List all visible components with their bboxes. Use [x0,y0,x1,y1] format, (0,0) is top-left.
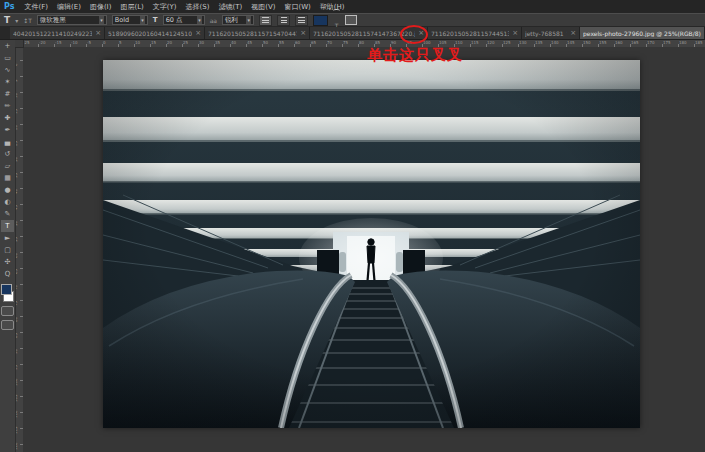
blur-tool-icon[interactable]: ● [1,184,14,196]
pen-tool-icon[interactable]: ✎ [1,208,14,220]
tools-panel: +▭∿✶#✏✚✒▄↺▱▦●◐✎T►▢✣Q [0,40,16,452]
align-left-icon [262,17,269,23]
chevron-down-icon[interactable]: ▾ [99,16,104,24]
gradient-tool-icon[interactable]: ▦ [1,172,14,184]
tab-1[interactable]: 4042015122114102492231706.jpg × [10,27,105,39]
ruler-corner [15,40,24,48]
align-left-button[interactable] [259,15,272,26]
history-brush-tool-icon[interactable]: ↺ [1,148,14,160]
clone-stamp-tool-icon[interactable]: ▄ [1,136,14,148]
font-style-select[interactable]: Bold ▾ [112,15,148,25]
marquee-tool-icon[interactable]: ▭ [1,52,14,64]
menu-bar: Ps 文件(F) 编辑(E) 图像(I) 图层(L) 文字(Y) 选择(S) 滤… [0,0,705,14]
tab-4[interactable]: 71162015052811574147367220.jpg × [310,27,428,39]
menu-type[interactable]: 文字(Y) [153,2,177,12]
align-center-icon [281,17,287,23]
tools-list: +▭∿✶#✏✚✒▄↺▱▦●◐✎T►▢✣Q [1,40,14,280]
font-size-select[interactable]: 60 点 ▾ [163,15,205,25]
chevron-down-icon[interactable]: ▾ [140,16,145,24]
color-swatches [1,284,14,302]
annotation-text: 单击这只叉叉 [340,46,490,65]
eraser-tool-icon[interactable]: ▱ [1,160,14,172]
text-orientation-icon[interactable]: ↕T [23,17,32,24]
tool-options-bar: T ▾ ↕T 微软雅黑 ▾ Bold ▾ T 60 点 ▾ aa 锐利 ▾ T [0,13,705,27]
screen-mode-button[interactable] [1,320,14,330]
photoshop-window: Ps 文件(F) 编辑(E) 图像(I) 图层(L) 文字(Y) 选择(S) 滤… [0,0,705,452]
tab-7-active[interactable]: pexels-photo-27960.jpg @ 25%(RGB/8) [580,27,705,39]
type-tool-options-icon: T [4,15,10,25]
font-size-icon: T [153,15,158,25]
align-right-icon [298,17,305,23]
chevron-down-icon[interactable]: ▾ [197,16,202,24]
move-tool-icon[interactable]: + [1,40,14,52]
tab-5[interactable]: 71162015052811574451371382.jpg × [428,27,522,39]
tool-preset-dropdown-icon[interactable]: ▾ [15,17,18,24]
tab-3[interactable]: 71162015052811571547044746.jpg × [205,27,310,39]
dodge-tool-icon[interactable]: ◐ [1,196,14,208]
anti-alias-icon: aa [210,17,217,24]
tab-2[interactable]: 5189096020160414124510062.jpg × [105,27,205,39]
warp-arc-icon [333,9,340,13]
quick-mask-button[interactable] [1,306,14,316]
crop-tool-icon[interactable]: # [1,88,14,100]
shape-tool-icon[interactable]: ▢ [1,244,14,256]
font-family-select[interactable]: 微软雅黑 ▾ [37,15,107,25]
magic-wand-tool-icon[interactable]: ✶ [1,76,14,88]
menu-filter[interactable]: 滤镜(T) [218,2,242,12]
lasso-tool-icon[interactable]: ∿ [1,64,14,76]
menu-layer[interactable]: 图层(L) [120,2,143,12]
zoom-tool-icon[interactable]: Q [1,268,14,280]
anti-alias-select[interactable]: 锐利 ▾ [222,15,254,25]
tab-close-icon[interactable]: × [195,29,201,37]
healing-brush-tool-icon[interactable]: ✚ [1,112,14,124]
path-select-tool-icon[interactable]: ► [1,232,14,244]
tab-close-icon[interactable]: × [300,29,306,37]
align-right-button[interactable] [295,15,308,26]
tab-close-icon[interactable]: × [512,29,518,37]
align-center-button[interactable] [277,15,290,26]
hand-tool-icon[interactable]: ✣ [1,256,14,268]
menu-view[interactable]: 视图(V) [251,2,275,12]
menu-file[interactable]: 文件(F) [24,2,48,12]
document-tab-bar: 4042015122114102492231706.jpg × 51890960… [0,27,705,40]
menu-image[interactable]: 图像(I) [90,2,112,12]
tab-close-icon-circled[interactable]: × [418,29,424,37]
tab-close-icon[interactable]: × [95,29,101,37]
ps-logo: Ps [4,2,14,11]
menu-edit[interactable]: 编辑(E) [57,2,81,12]
text-color-swatch[interactable] [313,15,328,26]
eyedropper-tool-icon[interactable]: ✏ [1,100,14,112]
menu-window[interactable]: 窗口(W) [284,2,310,12]
tab-close-icon[interactable]: × [570,29,576,37]
foreground-color-swatch[interactable] [1,284,12,295]
toggle-panels-icon[interactable] [345,15,357,25]
brush-tool-icon[interactable]: ✒ [1,124,14,136]
escalator-photo[interactable] [103,60,640,428]
tab-6[interactable]: jetty-768581_1920.jpg × [522,27,580,39]
menu-select[interactable]: 选择(S) [186,2,210,12]
type-tool-icon[interactable]: T [1,220,14,232]
chevron-down-icon[interactable]: ▾ [246,16,251,24]
